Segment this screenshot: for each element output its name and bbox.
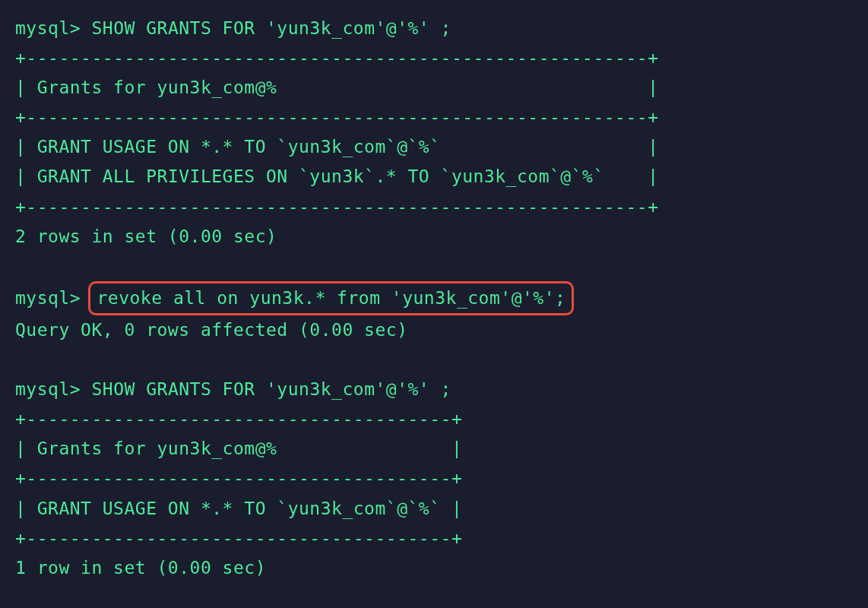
table-divider: +---------------------------------------… (15, 43, 853, 73)
sql-command: SHOW GRANTS FOR 'yun3k_com'@'%' ; (91, 18, 451, 38)
table-divider: +---------------------------------------… (15, 464, 853, 493)
table-row: | GRANT USAGE ON *.* TO `yun3k_com`@`%` … (15, 132, 853, 162)
query-result: Query OK, 0 rows affected (0.00 sec) (15, 315, 853, 345)
blank-line (15, 345, 853, 375)
table-divider: +---------------------------------------… (15, 524, 853, 553)
table-header: | Grants for yun3k_com@% | (15, 73, 853, 103)
terminal-output: mysql> SHOW GRANTS FOR 'yun3k_com'@'%' ;… (15, 14, 853, 583)
table-row: | GRANT USAGE ON *.* TO `yun3k_com`@`%` … (15, 494, 853, 524)
query-result: 1 row in set (0.00 sec) (15, 553, 853, 583)
blank-line (15, 252, 853, 281)
mysql-prompt: mysql> (15, 18, 81, 38)
table-divider: +---------------------------------------… (15, 192, 853, 222)
query-result: 2 rows in set (0.00 sec) (15, 222, 853, 252)
table-row: | GRANT ALL PRIVILEGES ON `yun3k`.* TO `… (15, 162, 853, 192)
command-line-1: mysql> SHOW GRANTS FOR 'yun3k_com'@'%' ; (15, 14, 853, 43)
mysql-prompt: mysql> (15, 379, 81, 399)
table-header: | Grants for yun3k_com@% | (15, 434, 853, 464)
highlighted-revoke-command: revoke all on yun3k.* from 'yun3k_com'@'… (88, 281, 574, 315)
command-line-3: mysql> SHOW GRANTS FOR 'yun3k_com'@'%' ; (15, 375, 853, 404)
sql-command: SHOW GRANTS FOR 'yun3k_com'@'%' ; (91, 379, 451, 399)
table-divider: +---------------------------------------… (15, 404, 853, 434)
table-divider: +---------------------------------------… (15, 103, 853, 132)
mysql-prompt: mysql> (15, 288, 81, 308)
command-line-2: mysql> revoke all on yun3k.* from 'yun3k… (15, 281, 853, 315)
